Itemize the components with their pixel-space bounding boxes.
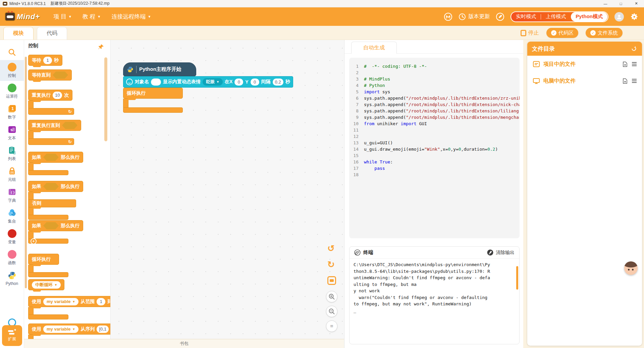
new-file-icon[interactable] bbox=[622, 61, 628, 67]
redo-button[interactable]: ↻ bbox=[327, 260, 335, 269]
python-main-hat-block[interactable]: Python主程序开始 bbox=[123, 62, 196, 76]
condition-slot[interactable] bbox=[62, 122, 77, 129]
zoom-out-button[interactable] bbox=[326, 306, 337, 317]
robot-logo-icon bbox=[5, 12, 15, 21]
condition-slot[interactable] bbox=[43, 183, 59, 190]
dropdown-field[interactable]: 中断循环▼ bbox=[32, 281, 61, 289]
svg-text:1: 1 bbox=[11, 106, 13, 111]
mode-upload[interactable]: 上传模式 bbox=[541, 12, 571, 21]
terminal-scrollbar[interactable] bbox=[516, 266, 518, 290]
zoom-reset-button[interactable]: = bbox=[326, 320, 337, 332]
app-title: Mind+ V1.8.0 RC3.1 bbox=[9, 1, 46, 6]
terminal-title: 终端 bbox=[363, 249, 373, 256]
code-lines: 1# -*- coding: UTF-8 -*-23# MindPlus4# P… bbox=[349, 63, 520, 178]
sidebar-item-operators[interactable]: 运算符 bbox=[0, 81, 24, 102]
search-icon[interactable] bbox=[0, 45, 24, 60]
sidebar-item-numbers[interactable]: 1 数字 bbox=[0, 102, 24, 122]
palette-block[interactable]: 循环执行 bbox=[28, 254, 68, 277]
palette-block[interactable]: 使用my variable▼从范围1到 bbox=[28, 296, 111, 319]
computer-files-actions bbox=[622, 78, 637, 84]
file-system-toggle[interactable]: ✓ 文件系统 bbox=[586, 28, 623, 38]
pin-icon[interactable] bbox=[98, 44, 104, 50]
palette-block[interactable]: 重复执行直到↻ bbox=[28, 120, 81, 145]
project-files-actions bbox=[622, 61, 637, 67]
tab-code[interactable]: 代码 bbox=[37, 27, 67, 40]
sidebar-item-variables[interactable]: 变量 bbox=[0, 227, 24, 247]
chevron-down-icon: ▼ bbox=[68, 15, 72, 18]
dropdown-field[interactable]: my variable▼ bbox=[43, 298, 78, 305]
menu-icon[interactable] bbox=[632, 62, 637, 66]
zoom-in-button[interactable] bbox=[326, 291, 337, 302]
mindplus-window: Mind+ V1.8.0 RC3.1 新建项目-2025/10/22-7:58:… bbox=[0, 0, 644, 348]
check-icon: ✓ bbox=[551, 30, 556, 36]
mode-realtime[interactable]: 实时模式 bbox=[511, 12, 541, 21]
palette-block[interactable]: 如果那么执行 bbox=[28, 152, 83, 175]
clear-output-button[interactable]: 清除输出 bbox=[487, 249, 515, 256]
object-name-input[interactable] bbox=[151, 79, 161, 86]
sidebar-item-list[interactable]: [] 列表 bbox=[0, 143, 24, 164]
sidebar-item-text[interactable]: s 文本 bbox=[0, 122, 24, 143]
condition-slot[interactable] bbox=[53, 71, 68, 79]
sidebar-item-python[interactable]: Python bbox=[0, 268, 24, 289]
extension-blocks-icon bbox=[8, 330, 16, 335]
sidebar-item-functions[interactable]: 函数 bbox=[0, 247, 24, 268]
condition-slot[interactable] bbox=[43, 154, 59, 161]
interval-input[interactable]: 0.2 bbox=[273, 79, 283, 86]
expand-plus-icon[interactable]: + bbox=[31, 238, 37, 244]
sidebar-item-control[interactable]: 控制 bbox=[0, 60, 24, 81]
sidebar-item-tuple[interactable]: (•) 元组 bbox=[0, 164, 24, 185]
palette-block[interactable]: 等待直到 bbox=[28, 69, 72, 81]
close-button[interactable]: ✕ bbox=[629, 0, 644, 7]
dropdown-field[interactable]: my variable▼ bbox=[43, 326, 78, 333]
project-title: 新建项目-2025/10/22-7:58:42.mp bbox=[50, 1, 109, 6]
terminal-header: 终端 清除输出 bbox=[350, 247, 519, 259]
settings-gear-icon[interactable] bbox=[630, 12, 639, 21]
new-file-icon[interactable] bbox=[622, 78, 628, 84]
menu-icon[interactable] bbox=[632, 79, 637, 83]
palette-block[interactable]: 使用my variable▼从序列[0,1 bbox=[28, 324, 111, 339]
palette-block[interactable]: 等待1秒 bbox=[28, 55, 62, 66]
menu-project[interactable]: 项 目 ▼ bbox=[53, 13, 72, 20]
extensions-button[interactable]: 扩展 bbox=[2, 325, 22, 346]
x-input[interactable]: 0 bbox=[234, 79, 243, 86]
center-blocks-button[interactable] bbox=[327, 276, 336, 285]
menu-remote-terminal[interactable]: 连接远程终端 ▼ bbox=[111, 13, 151, 20]
generated-code-view[interactable]: 1# -*- coding: UTF-8 -*-23# MindPlus4# P… bbox=[349, 58, 520, 238]
y-input[interactable]: 0 bbox=[251, 79, 259, 86]
forever-loop-block[interactable]: 循环执行 bbox=[123, 88, 183, 113]
code-area-toggle[interactable]: ✓ 代码区 bbox=[546, 28, 578, 38]
maximize-button[interactable]: □ bbox=[613, 0, 629, 7]
palette-block[interactable]: 如果那么执行否则 bbox=[28, 181, 83, 220]
community-icon[interactable] bbox=[444, 12, 452, 21]
user-avatar[interactable] bbox=[614, 12, 624, 21]
block-canvas[interactable]: Python主程序开始 对象名 显示内置动态表情 眨眼 ▼ 在X 0 Y 0 间… bbox=[111, 40, 344, 339]
run-controls: 停止 ✓ 代码区 ✓ 文件系统 bbox=[521, 26, 623, 40]
computer-files-item[interactable]: 电脑中的文件 bbox=[527, 72, 642, 89]
palette-block[interactable]: 中断循环▼ bbox=[28, 279, 64, 290]
palette-scrollbar[interactable] bbox=[104, 57, 107, 141]
stop-button[interactable]: 停止 bbox=[521, 30, 539, 37]
menu-tutorial[interactable]: 教 程 ▼ bbox=[83, 13, 101, 20]
feedback-icon[interactable] bbox=[496, 12, 504, 21]
tab-blocks[interactable]: 模块 bbox=[3, 27, 34, 40]
sidebar-item-dict[interactable]: { } 字典 bbox=[0, 185, 24, 206]
palette-scrollbar-left[interactable] bbox=[25, 57, 27, 288]
backpack-bar[interactable]: 书包 bbox=[24, 339, 344, 348]
undo-button[interactable]: ↺ bbox=[327, 244, 335, 253]
refresh-icon[interactable] bbox=[631, 45, 637, 52]
minimize-button[interactable]: — bbox=[598, 0, 613, 7]
draw-emoji-block[interactable]: 对象名 显示内置动态表情 眨眼 ▼ 在X 0 Y 0 间隔 0.2 秒 bbox=[123, 76, 293, 88]
palette-block[interactable]: 重复执行10次↻ bbox=[28, 90, 74, 115]
project-files-item[interactable]: 项目中的文件 bbox=[527, 56, 642, 72]
sidebar-item-set[interactable]: 集合 bbox=[0, 206, 24, 227]
emotion-dropdown[interactable]: 眨眼 ▼ bbox=[203, 78, 223, 86]
mode-python[interactable]: Python模式 bbox=[571, 12, 607, 21]
file-directory-panel: 文件目录 项目中的文件 电脑中的文件 bbox=[527, 42, 642, 346]
condition-slot[interactable] bbox=[43, 222, 59, 230]
palette-block[interactable]: 如果那么执行+ bbox=[28, 220, 83, 244]
assistant-avatar[interactable] bbox=[624, 261, 638, 275]
tab-auto-generate[interactable]: 自动生成 bbox=[351, 42, 397, 54]
version-update-button[interactable]: 版本更新 bbox=[459, 13, 490, 20]
terminal-output[interactable]: C:\Users\DTC_JS\Documents\mindplus-py\en… bbox=[350, 259, 519, 316]
dict-category-icon: { } bbox=[8, 188, 16, 196]
